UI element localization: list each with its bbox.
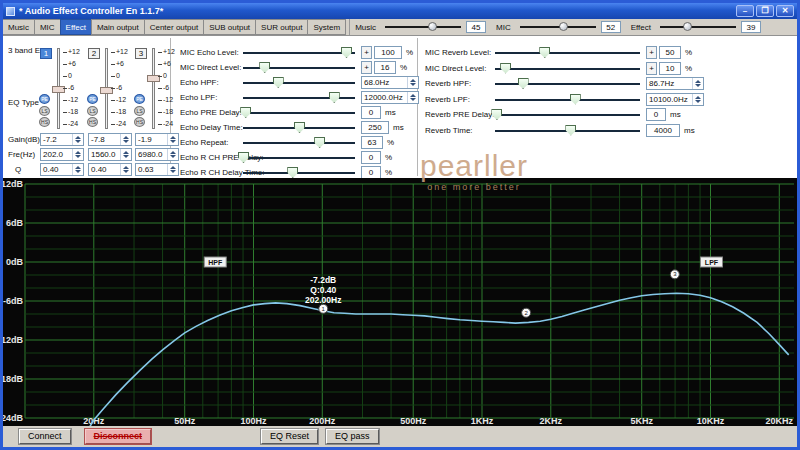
spin-up-icon[interactable] <box>75 151 81 154</box>
spinner-control[interactable] <box>167 164 178 175</box>
slider-track[interactable] <box>495 114 640 116</box>
spinner-control[interactable] <box>72 134 83 145</box>
slider-thumb[interactable] <box>273 77 284 88</box>
tab-mic[interactable]: MIC <box>34 19 61 35</box>
value-box[interactable]: 4000 <box>646 124 680 137</box>
spinner-control[interactable] <box>407 92 418 103</box>
value-box[interactable]: 50 <box>659 46 681 59</box>
eq-type-pe-button[interactable]: PE <box>87 94 98 104</box>
tab-sub-output[interactable]: SUB output <box>203 19 256 35</box>
eq-freq-value[interactable]: 202.0 <box>40 148 84 161</box>
slider-thumb[interactable] <box>240 107 251 118</box>
spinner-control[interactable] <box>72 149 83 160</box>
slider-track[interactable] <box>243 67 355 69</box>
tab-system[interactable]: System <box>307 19 346 35</box>
value-box[interactable]: 0 <box>361 106 381 119</box>
header-slider-track[interactable] <box>385 26 461 28</box>
value-box[interactable]: 63 <box>361 136 383 149</box>
spin-up-icon[interactable] <box>410 94 416 97</box>
slider-track[interactable] <box>495 99 640 101</box>
value-box[interactable]: 86.7Hz <box>646 77 704 90</box>
spin-up-icon[interactable] <box>695 96 701 99</box>
spinner-control[interactable] <box>167 149 178 160</box>
eq-band-select-2[interactable]: 2 <box>88 48 100 59</box>
slider-track[interactable] <box>243 157 355 159</box>
tab-center-output[interactable]: Center output <box>144 19 204 35</box>
value-box[interactable]: 68.0Hz <box>361 76 419 89</box>
spinner-control[interactable] <box>120 149 131 160</box>
tab-effect[interactable]: Effect <box>60 19 92 35</box>
eq-band-select-3[interactable]: 3 <box>135 48 147 59</box>
slider-track[interactable] <box>243 142 355 144</box>
value-spin-button[interactable]: + <box>361 46 372 59</box>
slider-track[interactable] <box>495 68 640 70</box>
value-spin-button[interactable]: + <box>361 61 372 74</box>
connect-button[interactable]: Connect <box>19 429 71 444</box>
slider-thumb[interactable] <box>570 94 581 105</box>
spin-up-icon[interactable] <box>75 136 81 139</box>
value-box[interactable]: 0 <box>646 108 666 121</box>
value-box[interactable]: 0 <box>361 151 381 164</box>
spinner-control[interactable] <box>407 77 418 88</box>
eq-gain-value[interactable]: -7.8 <box>88 133 132 146</box>
maximize-icon[interactable]: ❐ <box>756 5 774 17</box>
eq-q-value[interactable]: 0.63 <box>135 163 179 176</box>
eq-gain-slider-track[interactable] <box>152 48 155 129</box>
spin-down-icon[interactable] <box>75 170 81 173</box>
spin-down-icon[interactable] <box>410 83 416 86</box>
slider-thumb[interactable] <box>287 167 298 178</box>
spin-up-icon[interactable] <box>123 151 129 154</box>
value-box[interactable]: 10100.0Hz <box>646 93 704 106</box>
spin-up-icon[interactable] <box>170 136 176 139</box>
slider-thumb[interactable] <box>500 63 511 74</box>
eq-type-pe-button[interactable]: PE <box>39 94 50 104</box>
spinner-control[interactable] <box>692 78 703 89</box>
eq-pass-button[interactable]: EQ pass <box>326 429 379 444</box>
slider-track[interactable] <box>495 130 640 132</box>
slider-thumb[interactable] <box>518 78 529 89</box>
eq-freq-value[interactable]: 1560.0 <box>88 148 132 161</box>
spinner-control[interactable] <box>692 94 703 105</box>
header-slider-track[interactable] <box>660 26 736 28</box>
spin-down-icon[interactable] <box>170 170 176 173</box>
eq-type-hs-button[interactable]: HS <box>87 117 98 127</box>
slider-track[interactable] <box>243 172 355 174</box>
spin-down-icon[interactable] <box>123 155 129 158</box>
slider-thumb[interactable] <box>539 47 550 58</box>
spin-down-icon[interactable] <box>170 140 176 143</box>
spinner-control[interactable] <box>120 134 131 145</box>
spin-up-icon[interactable] <box>410 79 416 82</box>
header-slider-track[interactable] <box>520 26 596 28</box>
slider-track[interactable] <box>243 112 355 114</box>
slider-thumb[interactable] <box>259 62 270 73</box>
eq-type-hs-button[interactable]: HS <box>39 117 50 127</box>
value-box[interactable]: 10 <box>659 62 681 75</box>
eq-type-pe-button[interactable]: PE <box>134 94 145 104</box>
eq-q-value[interactable]: 0.40 <box>88 163 132 176</box>
value-box[interactable]: 16 <box>374 61 396 74</box>
minimize-icon[interactable]: – <box>736 5 754 17</box>
spin-up-icon[interactable] <box>695 80 701 83</box>
spin-up-icon[interactable] <box>75 166 81 169</box>
eq-type-ls-button[interactable]: LS <box>39 106 50 116</box>
slider-thumb[interactable] <box>329 92 340 103</box>
spinner-control[interactable] <box>120 164 131 175</box>
close-icon[interactable]: ✕ <box>776 5 794 17</box>
tab-sur-output[interactable]: SUR output <box>255 19 308 35</box>
slider-track[interactable] <box>243 127 355 129</box>
spin-down-icon[interactable] <box>75 140 81 143</box>
spin-down-icon[interactable] <box>75 155 81 158</box>
spin-up-icon[interactable] <box>123 166 129 169</box>
slider-thumb[interactable] <box>341 47 352 58</box>
eq-type-ls-button[interactable]: LS <box>134 106 145 116</box>
spin-down-icon[interactable] <box>695 100 701 103</box>
spinner-control[interactable] <box>167 134 178 145</box>
header-slider-thumb[interactable] <box>559 22 568 31</box>
slider-track[interactable] <box>495 52 640 54</box>
spin-down-icon[interactable] <box>170 155 176 158</box>
slider-track[interactable] <box>243 52 355 54</box>
spin-down-icon[interactable] <box>123 140 129 143</box>
spin-up-icon[interactable] <box>170 151 176 154</box>
value-box[interactable]: 250 <box>361 121 389 134</box>
disconnect-button[interactable]: Disconnect <box>85 429 152 444</box>
